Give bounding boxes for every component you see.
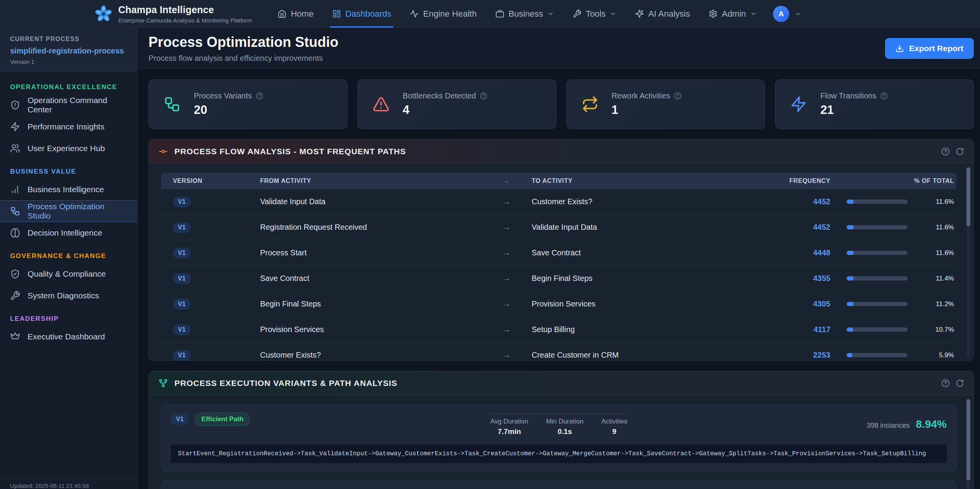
brain-icon bbox=[10, 228, 20, 238]
frequency-value[interactable]: 4452 bbox=[764, 197, 830, 206]
current-process-panel: CURRENT PROCESS simplified-registration-… bbox=[0, 28, 137, 72]
current-process-name[interactable]: simplified-registration-process bbox=[10, 46, 127, 55]
export-report-button[interactable]: Export Report bbox=[885, 38, 974, 59]
arrow-glyph: → bbox=[493, 248, 520, 257]
user-menu[interactable]: A bbox=[773, 6, 802, 22]
to-activity: Create Customer in CRM bbox=[520, 351, 765, 360]
variants-scrollbar[interactable] bbox=[966, 398, 970, 489]
to-activity: Begin Final Steps bbox=[520, 274, 765, 283]
col-arrow: → bbox=[493, 177, 520, 184]
sidebar-item-business-intelligence[interactable]: Business Intelligence bbox=[0, 179, 137, 200]
app-title: Champa Intelligence bbox=[118, 4, 252, 15]
frequency-value[interactable]: 4305 bbox=[764, 300, 830, 308]
nav-ai-analysis[interactable]: AI Analysis bbox=[635, 0, 690, 28]
sidebar-item-performance-insights[interactable]: Performance Insights bbox=[0, 116, 137, 138]
stat-card-rework: Rework Activities 1 bbox=[566, 79, 765, 129]
home-icon bbox=[278, 9, 286, 18]
sidebar-item-executive-dashboard[interactable]: Executive Dashboard bbox=[0, 326, 137, 348]
help-circle-icon[interactable] bbox=[480, 92, 487, 100]
sidebar-item-user-experience-hub[interactable]: User Experience Hub bbox=[0, 138, 137, 159]
stat-card-bottlenecks: Bottlenecks Detected 4 bbox=[357, 79, 556, 129]
to-activity: Customer Exists? bbox=[520, 197, 765, 206]
section-title-operational-excellence: OPERATIONAL EXCELLENCE bbox=[10, 83, 127, 91]
pct-value: 5.9% bbox=[914, 351, 956, 359]
scrollbar-thumb[interactable] bbox=[966, 167, 970, 226]
from-activity: Provision Services bbox=[248, 325, 493, 334]
arrow-glyph: → bbox=[493, 325, 520, 334]
help-circle-icon[interactable] bbox=[674, 92, 682, 100]
content-area: Process Variants 20 Bottlenecks Detected… bbox=[138, 69, 980, 489]
refresh-icon[interactable] bbox=[956, 147, 964, 156]
chevron-down-icon bbox=[610, 10, 616, 17]
nav-engine-health[interactable]: Engine Health bbox=[410, 0, 476, 28]
scrollbar-thumb[interactable] bbox=[966, 399, 970, 480]
help-circle-icon[interactable] bbox=[880, 92, 888, 100]
help-circle-icon[interactable] bbox=[941, 379, 950, 387]
variant-card: V1 Efficient Path Avg Duration 7.7min Mi… bbox=[161, 405, 956, 471]
stat-card-flow-transitions: Flow Transitions 21 bbox=[775, 79, 974, 129]
frequency-value[interactable]: 4117 bbox=[764, 325, 830, 334]
stat-label: Flow Transitions bbox=[820, 91, 876, 100]
sidebar-nav: OPERATIONAL EXCELLENCE Operations Comman… bbox=[0, 72, 137, 348]
stat-value: 21 bbox=[820, 103, 888, 117]
stat-value: 1 bbox=[612, 103, 682, 117]
nav-label: AI Analysis bbox=[648, 9, 690, 19]
from-activity: Begin Final Steps bbox=[248, 300, 493, 308]
pct-bar bbox=[830, 327, 914, 332]
panel-title: PROCESS FLOW ANALYSIS - MOST FREQUENT PA… bbox=[174, 147, 406, 156]
champa-flower-logo-icon bbox=[95, 5, 112, 23]
metric-label: Avg Duration bbox=[490, 418, 528, 425]
col-from-activity: FROM ACTIVITY bbox=[248, 177, 493, 184]
export-report-label: Export Report bbox=[909, 44, 963, 53]
frequency-value[interactable]: 4355 bbox=[764, 274, 830, 283]
process-flow-panel-header: PROCESS FLOW ANALYSIS - MOST FREQUENT PA… bbox=[149, 139, 973, 164]
page-subtitle: Process flow analysis and efficiency imp… bbox=[148, 54, 338, 63]
table-scrollbar[interactable] bbox=[966, 167, 970, 357]
help-circle-icon[interactable] bbox=[256, 92, 263, 100]
sidebar-item-quality-compliance[interactable]: Quality & Compliance bbox=[0, 263, 137, 285]
nav-home[interactable]: Home bbox=[278, 0, 314, 28]
pct-bar bbox=[830, 353, 914, 357]
wrench-icon bbox=[573, 9, 581, 18]
brand: Champa Intelligence Enterprise Camunda A… bbox=[95, 4, 252, 24]
frequency-value[interactable]: 4448 bbox=[764, 248, 830, 257]
to-activity: Save Contract bbox=[520, 248, 765, 257]
help-circle-icon[interactable] bbox=[941, 147, 950, 156]
refresh-icon[interactable] bbox=[956, 379, 964, 387]
metric-label: Min Duration bbox=[546, 418, 583, 425]
workflow-icon bbox=[164, 96, 181, 113]
arrow-glyph: → bbox=[493, 223, 520, 232]
sidebar-item-operations-command-center[interactable]: Operations Command Center bbox=[0, 94, 137, 116]
avatar[interactable]: A bbox=[773, 6, 789, 22]
nav-tools[interactable]: Tools bbox=[573, 0, 616, 28]
page-header: Process Optimization Studio Process flow… bbox=[138, 28, 980, 69]
nav-business[interactable]: Business bbox=[495, 0, 554, 28]
bar-chart-icon bbox=[10, 184, 20, 195]
chevron-down-icon bbox=[547, 10, 554, 17]
frequency-value[interactable]: 4452 bbox=[764, 223, 830, 232]
metric-label: Activities bbox=[601, 418, 627, 425]
sidebar-item-label: Process Optimization Studio bbox=[28, 202, 127, 220]
sidebar: CURRENT PROCESS simplified-registration-… bbox=[0, 28, 138, 489]
nav-dashboards[interactable]: Dashboards bbox=[332, 0, 392, 28]
current-process-version: Version 1 bbox=[10, 59, 127, 65]
sidebar-item-decision-intelligence[interactable]: Decision Intelligence bbox=[0, 222, 137, 244]
section-title-leadership: LEADERSHIP bbox=[10, 315, 127, 323]
frequency-value[interactable]: 2253 bbox=[764, 351, 830, 360]
pct-value: 10.7% bbox=[914, 326, 956, 334]
pct-value: 11.6% bbox=[914, 249, 956, 257]
sidebar-item-system-diagnostics[interactable]: System Diagnostics bbox=[0, 285, 137, 306]
arrow-glyph: → bbox=[493, 274, 520, 283]
pct-bar bbox=[830, 225, 914, 229]
sidebar-item-process-optimization-studio[interactable]: Process Optimization Studio bbox=[0, 200, 137, 222]
nav-label: Business bbox=[509, 9, 543, 19]
stat-cards-row: Process Variants 20 Bottlenecks Detected… bbox=[148, 79, 974, 129]
nav-admin[interactable]: Admin bbox=[709, 0, 757, 28]
col-version: VERSION bbox=[161, 177, 248, 184]
pct-value: 11.6% bbox=[914, 224, 956, 231]
efficient-path-badge: Efficient Path bbox=[195, 413, 250, 426]
col-frequency: FREQUENCY bbox=[764, 177, 830, 184]
current-process-label: CURRENT PROCESS bbox=[10, 36, 127, 43]
shield-alert-icon bbox=[10, 100, 20, 110]
alert-triangle-icon bbox=[373, 96, 390, 113]
